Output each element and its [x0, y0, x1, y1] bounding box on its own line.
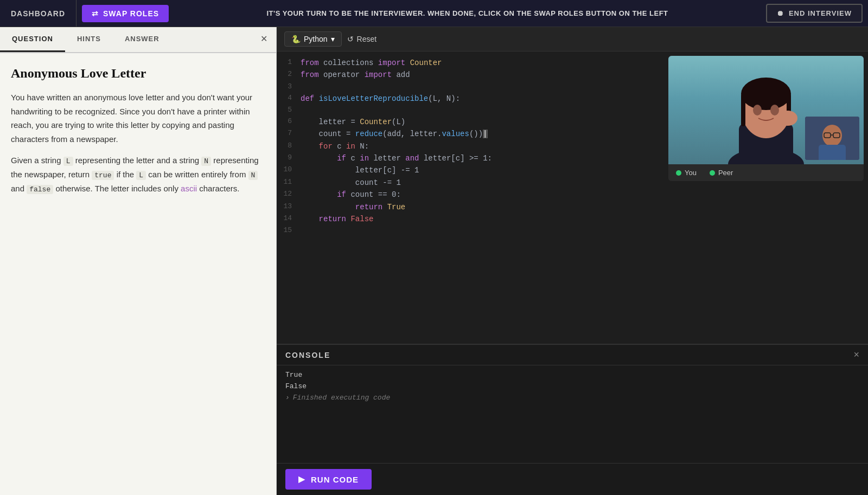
ascii-link[interactable]: ascii	[181, 184, 197, 193]
chevron-down-icon: ▾	[331, 35, 335, 43]
console-output-true: True	[285, 371, 859, 379]
top-bar: DASHBOARD ⇄ SWAP ROLES IT'S YOUR TURN TO…	[0, 0, 868, 27]
run-bar: ▶ RUN CODE	[277, 463, 868, 495]
console-title: CONSOLE	[285, 351, 330, 359]
editor-container: 1 from collections import Counter 2 from…	[277, 52, 868, 344]
language-selector[interactable]: 🐍 Python ▾	[284, 31, 342, 47]
dashboard-button[interactable]: DASHBOARD	[0, 0, 76, 27]
video-main	[668, 56, 864, 164]
console-close-button[interactable]: ×	[853, 349, 859, 361]
code-line-15: 15	[277, 225, 868, 236]
reset-icon: ↺	[347, 35, 354, 43]
svg-point-10	[822, 125, 842, 146]
console-output: True False ›Finished executing code	[277, 365, 868, 463]
code-L: L	[63, 157, 73, 166]
tab-bar: QUESTION HINTS ANSWER ✕	[0, 27, 276, 53]
right-panel: 🐍 Python ▾ ↺ Reset 1 from collections im…	[277, 27, 868, 495]
peer-label: Peer	[710, 169, 733, 177]
record-icon: ⏺	[777, 9, 784, 17]
run-code-button[interactable]: ▶ RUN CODE	[285, 469, 372, 490]
close-panel-button[interactable]: ✕	[252, 27, 276, 52]
interviewer-message: IT'S YOUR TURN TO BE THE INTERVIEWER. WH…	[169, 9, 766, 17]
code-false: false	[27, 185, 53, 194]
editor-topbar: 🐍 Python ▾ ↺ Reset	[277, 27, 868, 52]
tab-answer[interactable]: ANSWER	[113, 27, 171, 52]
question-paragraph-2: Given a string L representing the letter…	[11, 153, 265, 196]
video-overlay: You Peer	[668, 56, 864, 181]
question-body: You have written an anonymous love lette…	[11, 91, 265, 196]
svg-rect-11	[819, 145, 846, 160]
code-N2: N	[248, 171, 258, 180]
code-true: true	[92, 171, 114, 180]
code-line-13: 13 return True	[277, 201, 868, 213]
console-panel: CONSOLE × True False ›Finished executing…	[277, 344, 868, 463]
svg-rect-4	[741, 94, 745, 126]
console-header: CONSOLE ×	[277, 345, 868, 365]
question-title: Anonymous Love Letter	[11, 66, 265, 81]
tab-question[interactable]: QUESTION	[0, 27, 65, 52]
left-panel: QUESTION HINTS ANSWER ✕ Anonymous Love L…	[0, 27, 277, 495]
video-person-pip	[805, 117, 859, 160]
tab-hints[interactable]: HINTS	[65, 27, 113, 52]
code-N: N	[201, 157, 211, 166]
svg-point-3	[741, 78, 791, 110]
question-paragraph-1: You have written an anonymous love lette…	[11, 91, 265, 146]
code-L2: L	[136, 171, 146, 180]
svg-point-6	[753, 105, 762, 115]
you-status-dot	[676, 170, 681, 176]
python-icon: 🐍	[291, 35, 301, 43]
swap-icon: ⇄	[92, 9, 99, 18]
video-labels: You Peer	[668, 164, 864, 181]
question-content: Anonymous Love Letter You have written a…	[0, 53, 276, 495]
peer-status-dot	[710, 170, 715, 176]
svg-point-7	[770, 105, 779, 115]
play-icon: ▶	[298, 474, 305, 484]
code-line-12: 12 if count == 0:	[277, 189, 868, 201]
main-layout: QUESTION HINTS ANSWER ✕ Anonymous Love L…	[0, 27, 868, 495]
console-output-finished: ›Finished executing code	[285, 394, 859, 402]
svg-point-8	[778, 111, 797, 126]
code-line-14: 14 return False	[277, 213, 868, 225]
video-pip	[805, 117, 859, 160]
end-interview-button[interactable]: ⏺ END INTERVIEW	[766, 4, 863, 23]
you-label: You	[676, 169, 697, 177]
console-output-false: False	[285, 382, 859, 390]
video-person-main	[712, 59, 820, 164]
reset-button[interactable]: ↺ Reset	[347, 35, 377, 43]
swap-roles-button[interactable]: ⇄ SWAP ROLES	[82, 5, 169, 22]
